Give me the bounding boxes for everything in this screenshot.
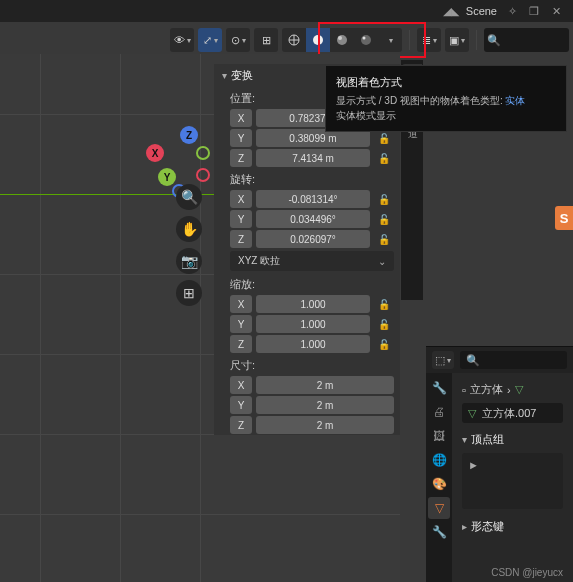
chevron-right-icon: ▸ xyxy=(462,521,467,532)
gizmo-neg-x[interactable] xyxy=(196,168,210,182)
rot-y-value[interactable]: 0.034496° xyxy=(256,210,370,228)
overlays-dropdown[interactable]: ⊙▾ xyxy=(226,28,250,52)
object-name-field[interactable]: ▽ 立方体.007 xyxy=(462,403,563,423)
lock-icon[interactable]: 🔓 xyxy=(374,190,394,208)
scl-y-value[interactable]: 1.000 xyxy=(256,315,370,333)
dim-y-axis[interactable]: Y xyxy=(230,396,252,414)
loc-x-axis[interactable]: X xyxy=(230,109,252,127)
separator xyxy=(409,30,410,50)
dim-x-axis[interactable]: X xyxy=(230,376,252,394)
lock-icon[interactable]: 🔓 xyxy=(374,149,394,167)
gizmo-z-axis[interactable]: Z xyxy=(180,126,198,144)
duplicate-icon[interactable]: ❐ xyxy=(527,4,541,18)
watermark-line1: CSDN @jieyucx xyxy=(491,567,563,578)
wireframe-shading-button[interactable] xyxy=(282,28,306,52)
mesh-icon: ▽ xyxy=(468,407,476,420)
lock-icon[interactable]: 🔓 xyxy=(374,230,394,248)
scl-x-value[interactable]: 1.000 xyxy=(256,295,370,313)
xray-toggle[interactable]: ⊞ xyxy=(254,28,278,52)
separator xyxy=(476,30,477,50)
tool-tab-icon[interactable]: 🔧 xyxy=(428,377,450,399)
gizmo-dropdown[interactable]: ⤢▾ xyxy=(198,28,222,52)
dimension-label: 尺寸: xyxy=(214,354,400,375)
rotation-label: 旋转: xyxy=(214,168,400,189)
breadcrumb[interactable]: ▫ 立方体 › ▽ xyxy=(458,379,567,400)
world-tab-icon[interactable]: 🌐 xyxy=(428,449,450,471)
lock-icon[interactable]: 🔓 xyxy=(374,295,394,313)
loc-y-axis[interactable]: Y xyxy=(230,129,252,147)
gizmo-x-axis[interactable]: X xyxy=(146,144,164,162)
svg-point-7 xyxy=(363,37,366,40)
pan-tool[interactable]: ✋ xyxy=(176,216,202,242)
rot-x-axis[interactable]: X xyxy=(230,190,252,208)
search-button[interactable]: 🔍 xyxy=(484,28,569,52)
scl-z-axis[interactable]: Z xyxy=(230,335,252,353)
rot-x-value[interactable]: -0.081314° xyxy=(256,190,370,208)
scl-x-axis[interactable]: X xyxy=(230,295,252,313)
output-tab-icon[interactable]: 🖨 xyxy=(428,401,450,423)
shading-mode-group: ▾ xyxy=(282,28,402,52)
svg-point-6 xyxy=(361,35,371,45)
lock-icon[interactable]: 🔓 xyxy=(374,210,394,228)
vertex-groups-list[interactable]: ► xyxy=(462,453,563,509)
vertex-groups-header[interactable]: ▾顶点组 xyxy=(458,426,567,449)
scene-name[interactable]: Scene xyxy=(466,5,497,17)
scene-tab-icon[interactable]: 🖼 xyxy=(428,425,450,447)
shape-keys-label: 形态键 xyxy=(471,519,504,534)
viewport-toolbar: 👁▾ ⤢▾ ⊙▾ ⊞ ▾ ≣▾ ▣▾ 🔍 xyxy=(170,25,569,55)
properties-area: ⬚▾ 🔍 🔧 🖨 🖼 🌐 🎨 ▽ 🔧 ▫ 立方体 › ▽ ▽ 立方体.007 ▾… xyxy=(426,346,573,582)
dim-z-axis[interactable]: Z xyxy=(230,416,252,434)
rot-z-value[interactable]: 0.026097° xyxy=(256,230,370,248)
editor-type-select[interactable]: ⬚▾ xyxy=(432,351,454,369)
rotation-mode-select[interactable]: XYZ 欧拉⌄ xyxy=(230,251,394,271)
visibility-dropdown[interactable]: 👁▾ xyxy=(170,28,194,52)
matcap-shading-button[interactable] xyxy=(330,28,354,52)
panel-title: 变换 xyxy=(231,68,253,83)
modifier-tab-icon[interactable]: 🔧 xyxy=(428,521,450,543)
rendered-shading-button[interactable] xyxy=(354,28,378,52)
shading-options-dropdown[interactable]: ▾ xyxy=(378,28,402,52)
zoom-tool[interactable]: 🔍 xyxy=(176,184,202,210)
layers-dropdown[interactable]: ▣▾ xyxy=(445,28,469,52)
dim-z-value[interactable]: 2 m xyxy=(256,416,394,434)
cube-icon: ▫ xyxy=(462,384,466,396)
properties-tabs: 🔧 🖨 🖼 🌐 🎨 ▽ 🔧 xyxy=(426,373,452,582)
svg-point-5 xyxy=(338,36,342,40)
outliner-header: ⬚▾ 🔍 xyxy=(426,347,573,373)
loc-z-axis[interactable]: Z xyxy=(230,149,252,167)
svg-point-4 xyxy=(337,35,347,45)
scl-y-axis[interactable]: Y xyxy=(230,315,252,333)
watermark: CSDN @jieyucx xyxy=(491,567,563,578)
loc-z-value[interactable]: 7.4134 m xyxy=(256,149,370,167)
dim-y-value[interactable]: 2 m xyxy=(256,396,394,414)
gizmo-y-axis[interactable]: Y xyxy=(158,168,176,186)
filter-dropdown[interactable]: ≣▾ xyxy=(417,28,441,52)
scale-label: 缩放: xyxy=(214,273,400,294)
solid-shading-button[interactable] xyxy=(306,28,330,52)
rot-y-axis[interactable]: Y xyxy=(230,210,252,228)
lock-icon[interactable]: 🔓 xyxy=(374,315,394,333)
object-data-tab-icon[interactable]: ▽ xyxy=(428,497,450,519)
lock-icon[interactable]: 🔓 xyxy=(374,335,394,353)
tooltip-line2: 实体模式显示 xyxy=(336,108,556,123)
dim-x-value[interactable]: 2 m xyxy=(256,376,394,394)
camera-tool[interactable]: 📷 xyxy=(176,248,202,274)
paint-tab-icon[interactable]: 🎨 xyxy=(428,473,450,495)
play-icon[interactable]: ► xyxy=(468,459,479,471)
shape-keys-header[interactable]: ▸形态键 xyxy=(458,513,567,536)
tooltip-line1: 显示方式 / 3D 视图中的物体着色类型: 实体 xyxy=(336,93,556,108)
breadcrumb-cube: 立方体 xyxy=(470,382,503,397)
lock-icon[interactable]: 🔓 xyxy=(374,129,394,147)
pin-icon[interactable]: ✧ xyxy=(505,4,519,18)
scl-z-value[interactable]: 1.000 xyxy=(256,335,370,353)
rot-z-axis[interactable]: Z xyxy=(230,230,252,248)
perspective-tool[interactable]: ⊞ xyxy=(176,280,202,306)
object-name: 立方体.007 xyxy=(482,406,536,421)
rotation-mode-value: XYZ 欧拉 xyxy=(238,254,280,268)
loc-y-value[interactable]: 0.38099 m xyxy=(256,129,370,147)
addon-icon[interactable]: S xyxy=(555,206,573,230)
close-icon[interactable]: ✕ xyxy=(549,4,563,18)
gizmo-neg-y[interactable] xyxy=(196,146,210,160)
outliner-search[interactable]: 🔍 xyxy=(460,351,567,369)
viewport-tools: 🔍 ✋ 📷 ⊞ xyxy=(176,184,202,306)
